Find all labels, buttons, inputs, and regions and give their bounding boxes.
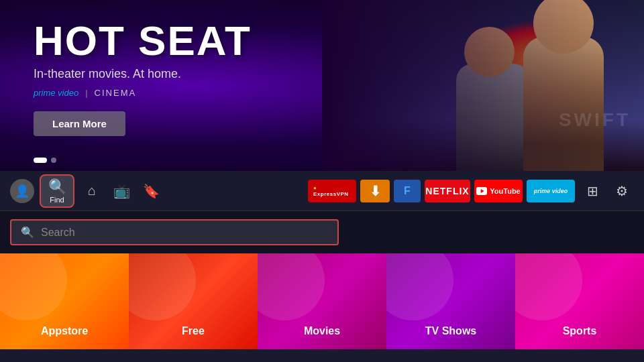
expressvpn-label: ● ExpressVPN xyxy=(313,185,351,197)
hero-image-overlay xyxy=(322,0,644,171)
category-tvshows-label: TV Shows xyxy=(425,325,476,337)
search-icon: 🔍 xyxy=(48,178,66,196)
gear-icon: ⚙ xyxy=(616,183,628,199)
netflix-label: NETFLIX xyxy=(425,186,469,196)
primevideo-label: prime video xyxy=(534,188,568,194)
find-button[interactable]: 🔍 Find xyxy=(40,174,74,208)
category-movies-label: Movies xyxy=(304,325,340,337)
hero-banner: SWIFT HOT SEAT In-theater movies. At hom… xyxy=(0,0,644,171)
category-sports-label: Sports xyxy=(563,325,597,337)
categories-row: Appstore Free Movies TV Shows Sports xyxy=(0,253,644,349)
category-appstore[interactable]: Appstore xyxy=(0,253,129,349)
unknown-app[interactable]: F xyxy=(394,180,421,202)
dot-2[interactable] xyxy=(51,158,56,163)
brand-divider: | xyxy=(85,88,87,98)
category-sports[interactable]: Sports xyxy=(515,253,644,349)
category-appstore-label: Appstore xyxy=(41,325,88,337)
home-icon: ⌂ xyxy=(88,183,96,198)
hero-title: HOT SEAT xyxy=(34,20,252,62)
search-placeholder: Search xyxy=(41,227,328,239)
youtube-play-icon xyxy=(476,187,487,195)
bookmark-icon: 🔖 xyxy=(143,183,160,199)
search-magnifier-icon: 🔍 xyxy=(21,226,34,239)
hero-brand: prime video | CINEMA xyxy=(34,88,252,98)
learn-more-button[interactable]: Learn More xyxy=(34,111,125,136)
profile-icon: 👤 xyxy=(15,184,30,198)
tv-icon: 📺 xyxy=(113,183,130,199)
downloader-icon: ⬇ xyxy=(370,183,381,199)
find-label: Find xyxy=(50,196,64,204)
unknown-app-icon: F xyxy=(404,185,411,197)
primevideo-app[interactable]: prime video xyxy=(527,180,575,202)
cinema-label: CINEMA xyxy=(95,88,137,98)
hero-pagination xyxy=(34,158,56,163)
app-shortcuts: ● ExpressVPN ⬇ F NETFLIX YouTube prime v… xyxy=(308,180,575,202)
category-tvshows[interactable]: TV Shows xyxy=(386,253,515,349)
category-movies[interactable]: Movies xyxy=(258,253,386,349)
hero-subtitle: In-theater movies. At home. xyxy=(34,67,252,81)
search-container: 🔍 Search xyxy=(0,211,644,253)
category-free[interactable]: Free xyxy=(129,253,258,349)
hero-image: SWIFT xyxy=(322,0,644,171)
downloader-app[interactable]: ⬇ xyxy=(360,180,390,202)
category-free-label: Free xyxy=(182,325,205,337)
youtube-label: YouTube xyxy=(490,187,520,195)
bookmark-button[interactable]: 🔖 xyxy=(139,179,163,203)
expressvpn-app[interactable]: ● ExpressVPN xyxy=(308,180,356,202)
youtube-app[interactable]: YouTube xyxy=(474,180,523,202)
nav-bar: 👤 🔍 Find ⌂ 📺 🔖 ● ExpressVPN ⬇ F NETFLIX xyxy=(0,171,644,211)
hero-content: HOT SEAT In-theater movies. At home. pri… xyxy=(34,20,252,136)
settings-button[interactable]: ⚙ xyxy=(610,179,634,203)
dot-1[interactable] xyxy=(34,158,47,163)
profile-button[interactable]: 👤 xyxy=(10,179,34,203)
tv-button[interactable]: 📺 xyxy=(109,179,133,203)
prime-video-label: prime video xyxy=(34,88,78,98)
home-button[interactable]: ⌂ xyxy=(80,179,104,203)
grid-icon: ⊞ xyxy=(587,183,598,199)
netflix-app[interactable]: NETFLIX xyxy=(425,180,470,202)
search-bar[interactable]: 🔍 Search xyxy=(10,219,339,245)
grid-button[interactable]: ⊞ xyxy=(580,179,604,203)
